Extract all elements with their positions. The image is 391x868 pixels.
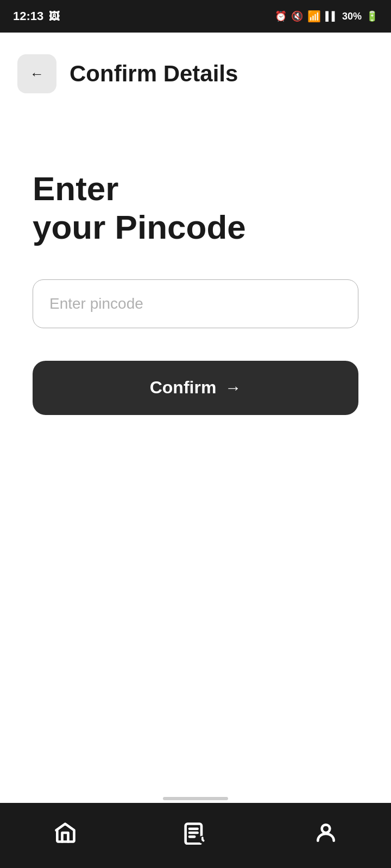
heading-line1: Enter: [33, 170, 118, 207]
nav-home[interactable]: [43, 811, 87, 854]
confirm-button-label: Confirm: [150, 378, 217, 398]
heading: Enter your Pincode: [33, 169, 358, 247]
alarm-icon: ⏰: [275, 10, 287, 22]
svg-point-5: [322, 825, 330, 833]
history-icon: [184, 821, 207, 845]
status-time: 12:13: [13, 9, 43, 23]
wifi-icon: 📶: [307, 10, 321, 23]
battery-icon: 🔋: [366, 10, 378, 22]
status-left: 12:13 🖼: [13, 9, 60, 23]
scroll-indicator: [163, 797, 228, 800]
back-button[interactable]: ←: [17, 54, 56, 93]
nav-profile[interactable]: [304, 811, 348, 854]
mute-icon: 🔇: [291, 10, 303, 22]
status-bar: 12:13 🖼 ⏰ 🔇 📶 ▌▌ 30% 🔋: [0, 0, 391, 33]
header: ← Confirm Details: [0, 33, 391, 104]
page-title: Confirm Details: [70, 61, 238, 87]
profile-icon: [314, 821, 338, 845]
home-icon: [53, 821, 77, 845]
confirm-button[interactable]: Confirm →: [33, 361, 358, 415]
bottom-nav: [0, 803, 391, 868]
pincode-input[interactable]: [33, 279, 358, 328]
main-content: Enter your Pincode Confirm →: [0, 104, 391, 415]
signal-icon: ▌▌: [325, 11, 338, 21]
gallery-icon: 🖼: [49, 10, 60, 23]
status-right: ⏰ 🔇 📶 ▌▌ 30% 🔋: [275, 10, 378, 23]
confirm-arrow-icon: →: [225, 379, 241, 397]
heading-line2: your Pincode: [33, 208, 246, 246]
battery-text: 30%: [342, 11, 362, 22]
back-arrow-icon: ←: [30, 66, 44, 82]
nav-history[interactable]: [174, 811, 217, 854]
